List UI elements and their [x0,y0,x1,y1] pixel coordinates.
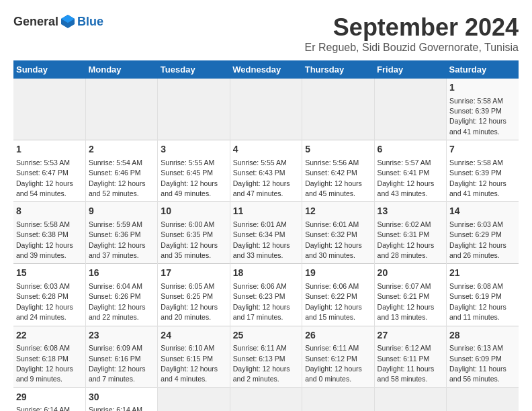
list-item: 30Sunrise: 6:14 AMSunset: 6:06 PMDayligh… [85,387,157,411]
list-item: 29Sunrise: 6:14 AMSunset: 6:08 PMDayligh… [13,387,85,411]
day-info: Sunrise: 5:58 AMSunset: 6:38 PMDaylight:… [16,220,73,259]
day-number: 3 [161,143,226,156]
table-row: 1Sunrise: 5:53 AMSunset: 6:47 PMDaylight… [13,140,519,202]
list-item: 22Sunrise: 6:08 AMSunset: 6:18 PMDayligh… [13,326,85,387]
list-item: 11Sunrise: 6:01 AMSunset: 6:34 PMDayligh… [230,202,302,264]
day-number: 27 [378,329,443,342]
col-friday: Friday [374,60,446,79]
list-item [158,79,230,140]
day-number: 19 [305,267,371,280]
list-item [230,79,302,140]
day-number: 21 [449,267,516,280]
list-item: 1Sunrise: 5:58 AMSunset: 6:39 PMDaylight… [447,79,519,140]
day-info: Sunrise: 6:03 AMSunset: 6:29 PMDaylight:… [449,220,506,259]
list-item: 25Sunrise: 6:11 AMSunset: 6:13 PMDayligh… [230,326,302,387]
list-item: 18Sunrise: 6:06 AMSunset: 6:23 PMDayligh… [230,264,302,326]
day-info: Sunrise: 6:06 AMSunset: 6:22 PMDaylight:… [305,282,362,321]
day-info: Sunrise: 6:08 AMSunset: 6:18 PMDaylight:… [16,344,73,383]
day-number: 10 [161,205,226,218]
list-item: 12Sunrise: 6:01 AMSunset: 6:32 PMDayligh… [302,202,374,264]
day-info: Sunrise: 6:01 AMSunset: 6:34 PMDaylight:… [233,220,290,259]
list-item: 7Sunrise: 5:58 AMSunset: 6:39 PMDaylight… [447,140,519,202]
day-number: 8 [16,205,83,218]
day-info: Sunrise: 5:56 AMSunset: 6:42 PMDaylight:… [305,158,362,197]
day-info: Sunrise: 6:03 AMSunset: 6:28 PMDaylight:… [16,282,73,321]
col-saturday: Saturday [447,60,519,79]
day-info: Sunrise: 6:00 AMSunset: 6:35 PMDaylight:… [161,220,218,259]
day-info: Sunrise: 6:11 AMSunset: 6:12 PMDaylight:… [305,344,362,383]
list-item [447,387,519,411]
day-number: 6 [378,143,443,156]
day-info: Sunrise: 6:14 AMSunset: 6:06 PMDaylight:… [89,406,146,411]
day-info: Sunrise: 6:13 AMSunset: 6:09 PMDaylight:… [449,344,506,383]
day-number: 11 [233,205,299,218]
table-row: 15Sunrise: 6:03 AMSunset: 6:28 PMDayligh… [13,264,519,326]
list-item: 3Sunrise: 5:55 AMSunset: 6:45 PMDaylight… [158,140,230,202]
day-number: 12 [305,205,371,218]
day-number: 26 [305,329,371,342]
location-subtitle: Er Regueb, Sidi Bouzid Governorate, Tuni… [305,42,519,54]
list-item: 17Sunrise: 6:05 AMSunset: 6:25 PMDayligh… [158,264,230,326]
title-section: September 2024 Er Regueb, Sidi Bouzid Go… [305,13,519,54]
day-info: Sunrise: 6:04 AMSunset: 6:26 PMDaylight:… [89,282,146,321]
day-info: Sunrise: 6:12 AMSunset: 6:11 PMDaylight:… [378,344,435,383]
table-row: 22Sunrise: 6:08 AMSunset: 6:18 PMDayligh… [13,326,519,387]
day-number: 16 [89,267,154,280]
list-item: 27Sunrise: 6:12 AMSunset: 6:11 PMDayligh… [374,326,446,387]
table-row: 8Sunrise: 5:58 AMSunset: 6:38 PMDaylight… [13,202,519,264]
day-info: Sunrise: 5:54 AMSunset: 6:46 PMDaylight:… [89,158,146,197]
list-item [302,387,374,411]
list-item: 26Sunrise: 6:11 AMSunset: 6:12 PMDayligh… [302,326,374,387]
day-number: 2 [89,143,154,156]
list-item [230,387,302,411]
day-number: 4 [233,143,299,156]
logo-general: General [13,15,58,29]
logo-blue: Blue [77,15,103,29]
day-number: 17 [161,267,226,280]
day-info: Sunrise: 6:09 AMSunset: 6:16 PMDaylight:… [89,344,146,383]
table-row: 1Sunrise: 5:58 AMSunset: 6:39 PMDaylight… [13,79,519,140]
list-item [374,79,446,140]
list-item: 16Sunrise: 6:04 AMSunset: 6:26 PMDayligh… [85,264,157,326]
header-row: Sunday Monday Tuesday Wednesday Thursday… [13,60,519,79]
day-number: 20 [378,267,443,280]
day-info: Sunrise: 6:11 AMSunset: 6:13 PMDaylight:… [233,344,290,383]
list-item: 28Sunrise: 6:13 AMSunset: 6:09 PMDayligh… [447,326,519,387]
day-number: 13 [378,205,443,218]
day-info: Sunrise: 5:58 AMSunset: 6:39 PMDaylight:… [449,158,506,197]
day-info: Sunrise: 5:57 AMSunset: 6:41 PMDaylight:… [378,158,435,197]
list-item: 8Sunrise: 5:58 AMSunset: 6:38 PMDaylight… [13,202,85,264]
list-item [85,79,157,140]
list-item: 23Sunrise: 6:09 AMSunset: 6:16 PMDayligh… [85,326,157,387]
calendar-table: Sunday Monday Tuesday Wednesday Thursday… [13,60,519,411]
col-sunday: Sunday [13,60,85,79]
list-item: 13Sunrise: 6:02 AMSunset: 6:31 PMDayligh… [374,202,446,264]
list-item [302,79,374,140]
list-item: 15Sunrise: 6:03 AMSunset: 6:28 PMDayligh… [13,264,85,326]
day-number: 7 [449,143,516,156]
day-number: 9 [89,205,154,218]
month-title: September 2024 [305,13,519,42]
day-info: Sunrise: 5:53 AMSunset: 6:47 PMDaylight:… [16,158,73,197]
day-info: Sunrise: 5:59 AMSunset: 6:36 PMDaylight:… [89,220,146,259]
list-item: 19Sunrise: 6:06 AMSunset: 6:22 PMDayligh… [302,264,374,326]
col-tuesday: Tuesday [158,60,230,79]
list-item [13,79,85,140]
col-monday: Monday [85,60,157,79]
day-info: Sunrise: 6:07 AMSunset: 6:21 PMDaylight:… [378,282,435,321]
list-item: 24Sunrise: 6:10 AMSunset: 6:15 PMDayligh… [158,326,230,387]
list-item: 1Sunrise: 5:53 AMSunset: 6:47 PMDaylight… [13,140,85,202]
day-info: Sunrise: 6:05 AMSunset: 6:25 PMDaylight:… [161,282,218,321]
day-number: 24 [161,329,226,342]
day-info: Sunrise: 6:10 AMSunset: 6:15 PMDaylight:… [161,344,218,383]
day-number: 25 [233,329,299,342]
day-number: 1 [449,81,516,95]
table-row: 29Sunrise: 6:14 AMSunset: 6:08 PMDayligh… [13,387,519,411]
list-item: 20Sunrise: 6:07 AMSunset: 6:21 PMDayligh… [374,264,446,326]
day-info: Sunrise: 6:01 AMSunset: 6:32 PMDaylight:… [305,220,362,259]
list-item: 4Sunrise: 5:55 AMSunset: 6:43 PMDaylight… [230,140,302,202]
list-item: 21Sunrise: 6:08 AMSunset: 6:19 PMDayligh… [447,264,519,326]
day-number: 5 [305,143,371,156]
day-number: 15 [16,267,83,280]
day-number: 29 [16,391,83,404]
